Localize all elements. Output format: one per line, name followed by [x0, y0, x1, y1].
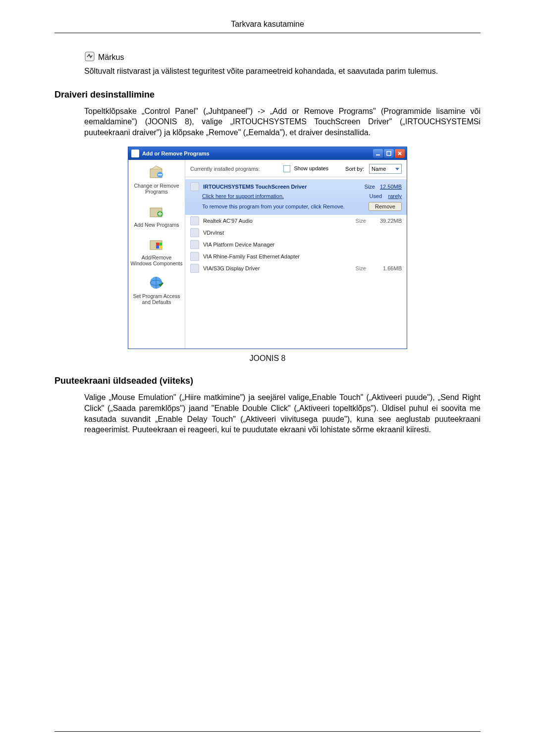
empty-space: [185, 274, 407, 349]
size-value: 39.22MB: [372, 218, 402, 224]
checkbox-icon: [283, 165, 290, 172]
program-icon: [190, 264, 199, 273]
sidebar-item-add-new[interactable]: Add New Programs: [130, 203, 183, 228]
svg-rect-14: [159, 246, 162, 249]
svg-rect-13: [156, 246, 159, 249]
svg-rect-9: [158, 213, 162, 214]
titlebar[interactable]: Add or Remove Programs: [128, 147, 407, 160]
support-link[interactable]: Click here for support information.: [202, 193, 284, 199]
footer-rule: [54, 731, 481, 732]
figure-caption: JOONIS 8: [54, 354, 481, 363]
program-icon: [190, 182, 199, 191]
program-icon: [190, 216, 199, 225]
remove-hint: To remove this program from your compute…: [202, 203, 345, 209]
toolbar: Currently installed programs: Show updat…: [185, 160, 407, 177]
box-add-icon: [148, 203, 165, 220]
page-header: Tarkvara kasutamine: [54, 20, 481, 33]
add-remove-programs-window: Add or Remove Programs: [128, 147, 407, 349]
sort-by-label: Sort by:: [345, 166, 364, 172]
sidebar-item-label: Add/Remove Windows Components: [130, 254, 183, 266]
show-updates-checkbox[interactable]: Show updates: [283, 165, 328, 172]
program-selected[interactable]: IRTOUCHSYSTEMS TouchScreen Driver Size 1…: [185, 179, 407, 215]
sidebar-item-label: Add New Programs: [130, 222, 183, 228]
sidebar-item-change-remove[interactable]: Change or Remove Programs: [130, 164, 183, 195]
program-icon: [190, 228, 199, 237]
program-name: VIA Platform Device Manager: [203, 242, 347, 248]
size-label: Size: [351, 218, 366, 224]
sidebar-item-program-access[interactable]: Set Program Access and Defaults: [130, 274, 183, 305]
section-uninstall-heading: Draiveri desinstallimine: [54, 90, 481, 100]
sidebar-item-label: Change or Remove Programs: [130, 183, 183, 195]
program-icon: [190, 252, 199, 261]
maximize-button[interactable]: [384, 149, 394, 158]
note-body: Sõltuvalt riistvarast ja välistest tegur…: [84, 66, 481, 77]
note-label: Märkus: [98, 53, 124, 62]
windows-components-icon: [148, 236, 165, 252]
svg-rect-2: [387, 151, 391, 155]
program-icon: [190, 240, 199, 249]
program-name: IRTOUCHSYSTEMS TouchScreen Driver: [203, 184, 307, 190]
note-icon: [84, 51, 95, 62]
list-item[interactable]: Realtek AC'97 Audio Size 39.22MB: [185, 215, 407, 227]
program-name: VIA Rhine-Family Fast Ethernet Adapter: [203, 253, 347, 259]
program-name: VDrvInst: [203, 230, 347, 236]
size-value: 1.66MB: [372, 265, 402, 271]
program-name: VIA/S3G Display Driver: [203, 265, 347, 271]
chevron-down-icon: [395, 168, 399, 170]
sidebar-item-windows-components[interactable]: Add/Remove Windows Components: [130, 236, 183, 266]
svg-rect-1: [376, 154, 380, 155]
window-title: Add or Remove Programs: [142, 151, 210, 156]
list-item[interactable]: VIA Platform Device Manager: [185, 239, 407, 251]
show-updates-label: Show updates: [294, 165, 328, 171]
size-label: Size: [351, 265, 366, 271]
minimize-button[interactable]: [373, 149, 383, 158]
section-general-body: Valige „Mouse Emulation" („Hiire matkimi…: [84, 392, 481, 435]
note-row: Märkus: [84, 51, 481, 62]
section-uninstall-body: Topeltklõpsake „Control Panel" („Juhtpan…: [84, 106, 481, 138]
installed-programs-label: Currently installed programs:: [190, 166, 260, 172]
svg-rect-12: [159, 243, 162, 246]
used-value: rarely: [388, 193, 402, 199]
used-label: Used: [370, 193, 382, 199]
sidebar: Change or Remove Programs Add New Progra…: [128, 160, 185, 349]
remove-button[interactable]: Remove: [369, 202, 402, 211]
section-general-heading: Puuteekraani üldseaded (viiteks): [54, 376, 481, 386]
sort-by-value: Name: [372, 166, 386, 172]
svg-rect-5: [158, 174, 162, 175]
list-item[interactable]: VDrvInst: [185, 227, 407, 239]
sidebar-item-label: Set Program Access and Defaults: [130, 293, 183, 305]
svg-rect-11: [156, 243, 159, 246]
window-icon: [131, 150, 139, 157]
size-label: Size: [365, 184, 375, 190]
list-item[interactable]: VIA/S3G Display Driver Size 1.66MB: [185, 262, 407, 274]
programs-list: IRTOUCHSYSTEMS TouchScreen Driver Size 1…: [185, 177, 407, 349]
box-remove-icon: [148, 164, 165, 181]
sort-by-select[interactable]: Name: [369, 164, 402, 174]
list-item[interactable]: VIA Rhine-Family Fast Ethernet Adapter: [185, 251, 407, 262]
close-button[interactable]: [395, 149, 405, 158]
size-value: 12.50MB: [380, 184, 402, 190]
globe-check-icon: [148, 274, 165, 291]
program-name: Realtek AC'97 Audio: [203, 218, 347, 224]
